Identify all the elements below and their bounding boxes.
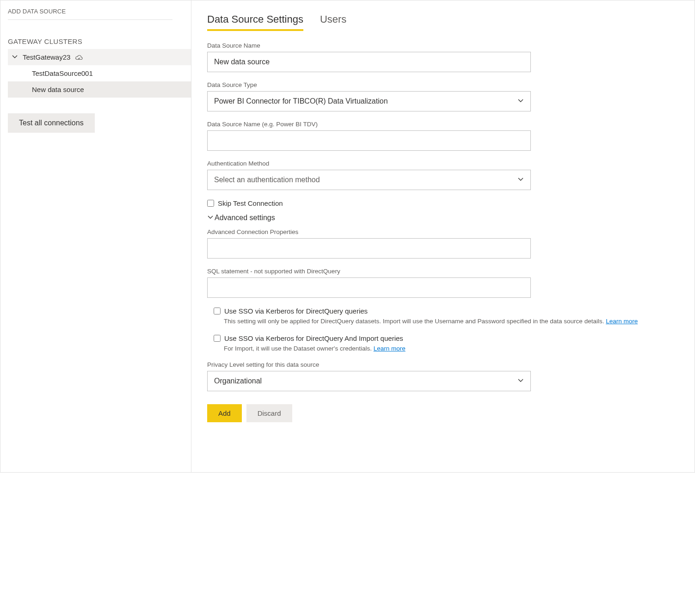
skip-test-connection-label: Skip Test Connection — [218, 199, 283, 207]
chevron-down-icon — [207, 214, 214, 222]
gateway-clusters-label: GATEWAY CLUSTERS — [8, 37, 191, 45]
adv-conn-props-label: Advanced Connection Properties — [207, 228, 676, 235]
advanced-settings-label: Advanced settings — [215, 214, 275, 222]
sso-kerberos-dq-checkbox[interactable] — [214, 308, 221, 314]
data-source-type-value: Power BI Connector for TIBCO(R) Data Vir… — [214, 97, 388, 105]
sso-kerberos-dq-label: Use SSO via Kerberos for DirectQuery que… — [224, 307, 368, 315]
discard-button[interactable]: Discard — [246, 404, 292, 422]
data-source-name-tdv-input[interactable] — [207, 130, 531, 151]
privacy-level-label: Privacy Level setting for this data sour… — [207, 361, 676, 368]
data-source-type-label: Data Source Type — [207, 81, 676, 88]
chevron-down-icon — [517, 97, 524, 105]
sso-kerberos-dq-import-learn-more-link[interactable]: Learn more — [374, 345, 406, 352]
chevron-down-icon — [12, 53, 18, 61]
cloud-check-icon — [75, 53, 83, 61]
tabs: Data Source Settings Users — [207, 13, 676, 31]
sso-kerberos-dq-import-label: Use SSO via Kerberos for DirectQuery And… — [224, 334, 403, 342]
sql-statement-input[interactable] — [207, 277, 531, 298]
gateway-cluster-name: TestGateway23 — [23, 53, 70, 61]
chevron-down-icon — [517, 176, 524, 184]
sso-kerberos-dq-import-help: For Import, it will use the Dataset owne… — [224, 345, 374, 352]
skip-test-connection-checkbox[interactable] — [207, 200, 214, 207]
auth-method-select[interactable]: Select an authentication method — [207, 170, 531, 190]
add-data-source-label: ADD DATA SOURCE — [8, 8, 172, 20]
sidebar: ADD DATA SOURCE GATEWAY CLUSTERS TestGat… — [0, 0, 191, 472]
sso-kerberos-dq-help: This setting will only be applied for Di… — [224, 318, 606, 325]
advanced-settings-toggle[interactable]: Advanced settings — [207, 214, 676, 222]
sidebar-item-datasource-0[interactable]: TestDataSource001 — [8, 65, 191, 81]
sidebar-item-datasource-1[interactable]: New data source — [8, 81, 191, 98]
sql-statement-label: SQL statement - not supported with Direc… — [207, 268, 676, 275]
main-panel: Data Source Settings Users Data Source N… — [191, 0, 695, 472]
auth-method-label: Authentication Method — [207, 160, 676, 167]
tab-users[interactable]: Users — [320, 13, 346, 31]
data-source-name-label: Data Source Name — [207, 42, 676, 49]
data-source-name-tdv-label: Data Source Name (e.g. Power BI TDV) — [207, 121, 676, 128]
add-button[interactable]: Add — [207, 404, 242, 422]
adv-conn-props-input[interactable] — [207, 238, 531, 259]
data-source-type-select[interactable]: Power BI Connector for TIBCO(R) Data Vir… — [207, 91, 531, 111]
chevron-down-icon — [517, 377, 524, 385]
auth-method-value: Select an authentication method — [214, 176, 320, 184]
privacy-level-value: Organizational — [214, 377, 262, 385]
test-all-connections-button[interactable]: Test all connections — [8, 113, 95, 133]
tab-data-source-settings[interactable]: Data Source Settings — [207, 13, 303, 31]
sso-kerberos-dq-import-checkbox[interactable] — [214, 335, 221, 342]
privacy-level-select[interactable]: Organizational — [207, 371, 531, 391]
gateway-cluster-row[interactable]: TestGateway23 — [8, 49, 191, 65]
data-source-name-input[interactable] — [207, 52, 531, 72]
sso-kerberos-dq-learn-more-link[interactable]: Learn more — [606, 318, 638, 325]
